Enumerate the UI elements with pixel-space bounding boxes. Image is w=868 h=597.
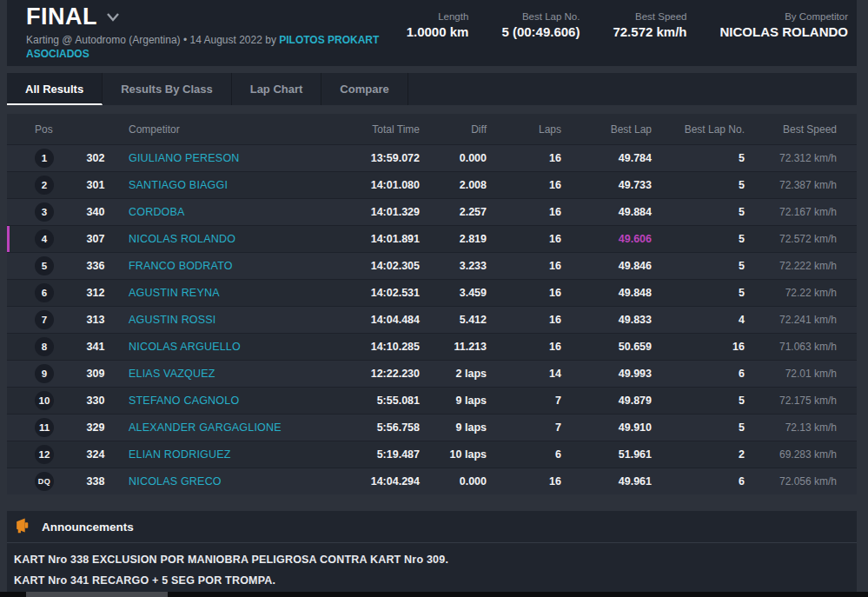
cell-best-lap: 49.784: [561, 152, 652, 164]
tab-results-by-class[interactable]: Results By Class: [103, 73, 232, 105]
table-row[interactable]: 9 309 ELIAS VAZQUEZ 12:22.230 2 laps 14 …: [7, 360, 857, 387]
cell-best-speed: 72.241 km/h: [745, 314, 837, 326]
cell-total-time: 14:01.891: [307, 233, 420, 245]
cell-competitor[interactable]: NICOLAS ARGUELLO: [129, 341, 241, 353]
header-stat: Best Speed 72.572 km/h: [613, 11, 686, 66]
cell-kart: 338: [70, 475, 122, 488]
cell-best-speed: 72.01 km/h: [745, 368, 837, 380]
cell-pos: 11: [35, 418, 54, 437]
cell-competitor[interactable]: GIULIANO PERESON: [129, 152, 240, 164]
cell-diff: 9 laps: [420, 421, 487, 434]
cell-best-speed: 72.175 km/h: [745, 395, 837, 407]
tab-compare[interactable]: Compare: [321, 73, 407, 105]
cell-kart: 330: [70, 395, 122, 407]
cell-best-lap: 49.833: [561, 314, 652, 326]
cell-total-time: 14:10.285: [307, 341, 420, 353]
table-row[interactable]: DQ 338 NICOLAS GRECO 14:04.294 0.000 16 …: [7, 468, 857, 494]
announcement-list: KART Nro 338 EXCLUSION POR MANIOBRA PELI…: [7, 543, 857, 591]
tab-bar: All ResultsResults By ClassLap ChartComp…: [7, 73, 857, 105]
table-row[interactable]: 11 329 ALEXANDER GARGAGLIONE 5:56.758 9 …: [7, 414, 857, 441]
cell-pos: 10: [35, 391, 54, 410]
cell-best-lap-no: 5: [652, 395, 745, 407]
table-row[interactable]: 4 307 NICOLAS ROLANDO 14:01.891 2.819 16…: [7, 225, 857, 252]
cell-best-lap-no: 2: [652, 448, 745, 461]
cell-best-lap-no: 5: [652, 233, 745, 245]
cell-pos: 4: [35, 229, 54, 249]
cell-pos: 7: [35, 310, 54, 329]
cell-best-lap: 50.659: [561, 341, 652, 353]
cell-best-lap-no: 6: [652, 368, 745, 380]
cell-diff: 3.233: [420, 260, 487, 272]
table-row[interactable]: 1 302 GIULIANO PERESON 13:59.072 0.000 1…: [7, 144, 857, 171]
cell-total-time: 5:56.758: [307, 421, 420, 434]
cell-diff: 0.000: [420, 152, 487, 164]
cell-best-speed: 72.572 km/h: [745, 233, 837, 245]
cell-kart: 301: [70, 179, 122, 191]
cell-total-time: 14:01.080: [307, 179, 420, 191]
stat-value: NICOLAS ROLANDO: [720, 24, 849, 39]
cell-competitor[interactable]: ELIAS VAZQUEZ: [129, 368, 215, 380]
cell-competitor[interactable]: NICOLAS GRECO: [129, 475, 222, 488]
cell-competitor[interactable]: STEFANO CAGNOLO: [129, 395, 239, 407]
cell-competitor[interactable]: ELIAN RODRIGUEZ: [129, 448, 231, 461]
cell-best-lap: 49.884: [561, 206, 652, 218]
column-header-total-time: Total Time: [307, 123, 420, 136]
stat-value: 5 (00:49.606): [501, 24, 580, 39]
cell-best-lap-no: 5: [652, 179, 745, 191]
cell-pos: DQ: [35, 472, 54, 491]
cell-kart: 336: [70, 260, 122, 272]
cell-competitor[interactable]: NICOLAS ROLANDO: [129, 233, 235, 245]
chevron-down-icon[interactable]: [106, 10, 120, 26]
cell-competitor[interactable]: CORDOBA: [129, 206, 185, 218]
table-row[interactable]: 8 341 NICOLAS ARGUELLO 14:10.285 11.213 …: [7, 333, 857, 360]
tab-all-results[interactable]: All Results: [7, 73, 103, 105]
cell-kart: 341: [70, 341, 122, 353]
cell-best-lap: 51.961: [561, 448, 652, 461]
cell-total-time: 14:04.294: [307, 475, 420, 488]
table-row[interactable]: 7 313 AGUSTIN ROSSI 14:04.484 5.412 16 4…: [7, 306, 857, 333]
cell-competitor[interactable]: FRANCO BODRATO: [129, 260, 233, 272]
announcements-title: Announcements: [42, 521, 134, 534]
cell-total-time: 14:02.531: [307, 287, 420, 299]
cell-best-speed: 72.387 km/h: [745, 179, 837, 191]
cell-diff: 3.459: [420, 287, 487, 299]
announcements-header: Announcements: [7, 511, 857, 543]
stat-value: 72.572 km/h: [613, 24, 686, 39]
cell-kart: 302: [70, 152, 122, 164]
results-table-body: 1 302 GIULIANO PERESON 13:59.072 0.000 1…: [7, 144, 857, 494]
cell-best-lap: 49.879: [561, 395, 652, 407]
cell-kart: 313: [70, 314, 122, 326]
cell-best-speed: 72.312 km/h: [745, 152, 837, 164]
stat-label: Best Lap No.: [501, 11, 580, 22]
cell-best-lap: 49.910: [561, 421, 652, 434]
table-row[interactable]: 5 336 FRANCO BODRATO 14:02.305 3.233 16 …: [7, 252, 857, 279]
stat-label: Length: [407, 11, 469, 22]
table-row[interactable]: 10 330 STEFANO CAGNOLO 5:55.081 9 laps 7…: [7, 387, 857, 414]
cell-diff: 10 laps: [420, 448, 487, 461]
cell-competitor[interactable]: ALEXANDER GARGAGLIONE: [129, 421, 282, 434]
tab-lap-chart[interactable]: Lap Chart: [232, 73, 322, 105]
cell-best-lap-no: 5: [652, 152, 745, 164]
cell-laps: 14: [487, 368, 561, 380]
announcements-panel: Announcements KART Nro 338 EXCLUSION POR…: [7, 511, 857, 597]
header-stat: Best Lap No. 5 (00:49.606): [501, 11, 580, 66]
cell-total-time: 14:04.484: [307, 314, 420, 326]
horizontal-scrollbar[interactable]: [0, 592, 868, 597]
cell-total-time: 12:22.230: [307, 368, 420, 380]
cell-best-speed: 72.056 km/h: [745, 475, 837, 488]
table-row[interactable]: 12 324 ELIAN RODRIGUEZ 5:19.487 10 laps …: [7, 441, 857, 468]
cell-kart: 324: [70, 448, 122, 461]
cell-competitor[interactable]: SANTIAGO BIAGGI: [129, 179, 228, 191]
cell-pos: 3: [35, 202, 54, 222]
cell-total-time: 14:01.329: [307, 206, 420, 218]
table-row[interactable]: 2 301 SANTIAGO BIAGGI 14:01.080 2.008 16…: [7, 171, 857, 198]
cell-competitor[interactable]: AGUSTIN REYNA: [129, 287, 220, 299]
cell-laps: 16: [487, 260, 561, 272]
column-header-competitor: Competitor: [122, 123, 307, 136]
cell-pos: 6: [35, 283, 54, 302]
table-row[interactable]: 3 340 CORDOBA 14:01.329 2.257 16 49.884 …: [7, 198, 857, 225]
table-row[interactable]: 6 312 AGUSTIN REYNA 14:02.531 3.459 16 4…: [7, 279, 857, 306]
cell-pos: 2: [35, 176, 54, 195]
scrollbar-thumb[interactable]: [26, 592, 168, 597]
cell-competitor[interactable]: AGUSTIN ROSSI: [129, 314, 216, 326]
